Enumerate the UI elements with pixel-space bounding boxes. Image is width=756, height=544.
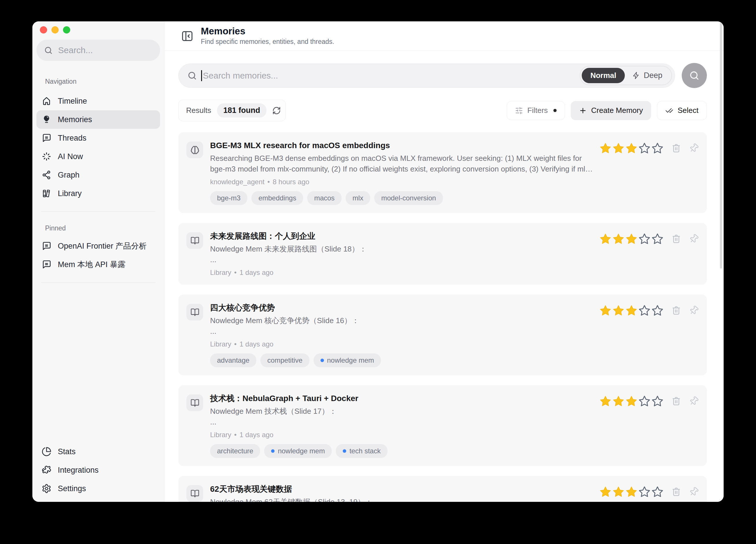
star-empty-icon[interactable] xyxy=(638,395,651,407)
create-memory-label: Create Memory xyxy=(591,106,643,115)
excerpt-line: Nowledge Mem 技术栈（Slide 17）： xyxy=(210,406,594,417)
pin-icon[interactable] xyxy=(689,143,699,153)
graph-icon xyxy=(42,170,51,180)
star-filled-icon[interactable] xyxy=(599,142,612,154)
star-empty-icon[interactable] xyxy=(638,304,651,316)
tag-label: bge-m3 xyxy=(217,194,240,202)
star-filled-icon[interactable] xyxy=(599,304,612,316)
card-type-icon-box xyxy=(186,142,203,158)
sidebar-item-timeline[interactable]: Timeline xyxy=(36,92,160,110)
delete-icon[interactable] xyxy=(671,396,681,406)
star-empty-icon[interactable] xyxy=(651,486,664,498)
sidebar-item-graph[interactable]: Graph xyxy=(36,166,160,184)
card-type-icon-box xyxy=(186,485,203,502)
delete-icon[interactable] xyxy=(671,143,681,153)
star-empty-icon[interactable] xyxy=(638,486,651,498)
star-filled-icon[interactable] xyxy=(625,395,638,407)
delete-icon[interactable] xyxy=(671,234,681,244)
star-empty-icon[interactable] xyxy=(651,142,664,154)
tag-nowledge-mem[interactable]: nowledge mem xyxy=(264,444,332,458)
delete-icon[interactable] xyxy=(671,487,681,497)
tag-embeddings[interactable]: embeddings xyxy=(251,191,303,205)
tag-nowledge-mem[interactable]: nowledge mem xyxy=(314,353,381,367)
scrollbar[interactable] xyxy=(720,23,722,269)
delete-icon[interactable] xyxy=(671,305,681,315)
memory-tags: bge-m3embeddingsmacosmlxmodel-conversion xyxy=(210,191,594,205)
star-empty-icon[interactable] xyxy=(651,233,664,245)
close-window-button[interactable] xyxy=(40,26,47,34)
pin-icon[interactable] xyxy=(689,305,699,315)
sidebar-search-input[interactable]: Search... xyxy=(36,40,160,61)
memory-card[interactable]: 62天市场表现关键数据 Nowledge Mem 62天关键数据（Slide 1… xyxy=(178,476,707,502)
pinned-item-label: OpenAI Frontier 产品分析 xyxy=(58,241,147,251)
sidebar-item-integrations[interactable]: Integrations xyxy=(36,461,160,479)
sidebar-item-label: Memories xyxy=(58,115,92,124)
star-empty-icon[interactable] xyxy=(638,233,651,245)
mode-normal-button[interactable]: Normal xyxy=(582,68,625,83)
zoom-window-button[interactable] xyxy=(63,26,70,34)
tag-tech-stack[interactable]: tech stack xyxy=(336,444,388,458)
card-main: 技术栈：NebulaGraph + Tauri + Docker Nowledg… xyxy=(210,393,594,458)
memory-excerpt: Nowledge Mem 62天关键数据（Slide 13, 19）：... xyxy=(210,497,594,502)
tag-advantage[interactable]: advantage xyxy=(210,353,256,367)
sidebar-item-label: Settings xyxy=(58,484,86,493)
star-filled-icon[interactable] xyxy=(612,486,625,498)
star-filled-icon[interactable] xyxy=(625,486,638,498)
sidebar-item-library[interactable]: Library xyxy=(36,184,160,203)
star-filled-icon[interactable] xyxy=(599,395,612,407)
star-filled-icon[interactable] xyxy=(599,233,612,245)
search-submit-button[interactable] xyxy=(682,63,707,88)
minimize-window-button[interactable] xyxy=(51,26,59,34)
pinned-item-openai-frontier[interactable]: OpenAI Frontier 产品分析 xyxy=(36,237,160,255)
tag-competitive[interactable]: competitive xyxy=(260,353,309,367)
tag-model-conversion[interactable]: model-conversion xyxy=(374,191,443,205)
sidebar-item-ai-now[interactable]: AI Now xyxy=(36,147,160,166)
star-filled-icon[interactable] xyxy=(625,142,638,154)
star-filled-icon[interactable] xyxy=(612,395,625,407)
tag-architecture[interactable]: architecture xyxy=(210,444,260,458)
tag-macos[interactable]: macos xyxy=(307,191,342,205)
excerpt-line: Nowledge Mem 未来发展路线图（Slide 18）： xyxy=(210,244,594,255)
sidebar-item-settings[interactable]: Settings xyxy=(36,479,160,498)
search-mode-toggle: Normal Deep xyxy=(580,66,672,85)
sidebar-item-stats[interactable]: Stats xyxy=(36,442,160,461)
star-filled-icon[interactable] xyxy=(612,233,625,245)
library-icon xyxy=(42,189,51,198)
star-filled-icon[interactable] xyxy=(599,486,612,498)
results-toolbar: Results 181 found Filters Create Memory xyxy=(178,100,707,121)
memory-card[interactable]: 未来发展路线图：个人到企业 Nowledge Mem 未来发展路线图（Slide… xyxy=(178,223,707,285)
pinned-item-mem-api[interactable]: Mem 本地 API 暴露 xyxy=(36,255,160,274)
star-empty-icon[interactable] xyxy=(651,304,664,316)
memory-card[interactable]: 技术栈：NebulaGraph + Tauri + Docker Nowledg… xyxy=(178,385,707,466)
star-filled-icon[interactable] xyxy=(625,304,638,316)
page-header: Memories Find specific memories, entitie… xyxy=(164,21,724,51)
memory-source: knowledge_agent xyxy=(210,178,264,186)
tag-label: macos xyxy=(314,194,335,202)
sidebar-item-threads[interactable]: Threads xyxy=(36,129,160,147)
tag-bge-m3[interactable]: bge-m3 xyxy=(210,191,247,205)
memories-search-input[interactable]: Search memories... Normal Deep xyxy=(178,64,675,88)
star-filled-icon[interactable] xyxy=(612,304,625,316)
meta-separator: • xyxy=(234,340,236,348)
create-memory-button[interactable]: Create Memory xyxy=(571,101,651,120)
memory-card[interactable]: 四大核心竞争优势 Nowledge Mem 核心竞争优势（Slide 16）：.… xyxy=(178,294,707,375)
star-filled-icon[interactable] xyxy=(625,233,638,245)
pin-icon[interactable] xyxy=(689,234,699,244)
pin-icon[interactable] xyxy=(689,487,699,497)
puzzle-icon xyxy=(42,465,51,475)
star-filled-icon[interactable] xyxy=(612,142,625,154)
rating-stars xyxy=(599,395,664,407)
card-actions xyxy=(599,486,699,498)
select-button[interactable]: Select xyxy=(657,101,707,120)
refresh-icon[interactable] xyxy=(272,106,281,115)
star-empty-icon[interactable] xyxy=(638,142,651,154)
star-empty-icon[interactable] xyxy=(651,395,664,407)
tag-mlx[interactable]: mlx xyxy=(346,191,370,205)
filters-button[interactable]: Filters xyxy=(507,101,565,120)
panel-collapse-icon[interactable] xyxy=(181,29,194,43)
memory-card[interactable]: BGE-M3 MLX research for macOS embeddings… xyxy=(178,132,707,213)
tag-label: model-conversion xyxy=(381,194,436,202)
sidebar-item-memories[interactable]: Memories xyxy=(36,110,160,129)
mode-deep-button[interactable]: Deep xyxy=(625,68,670,83)
pin-icon[interactable] xyxy=(689,396,699,406)
